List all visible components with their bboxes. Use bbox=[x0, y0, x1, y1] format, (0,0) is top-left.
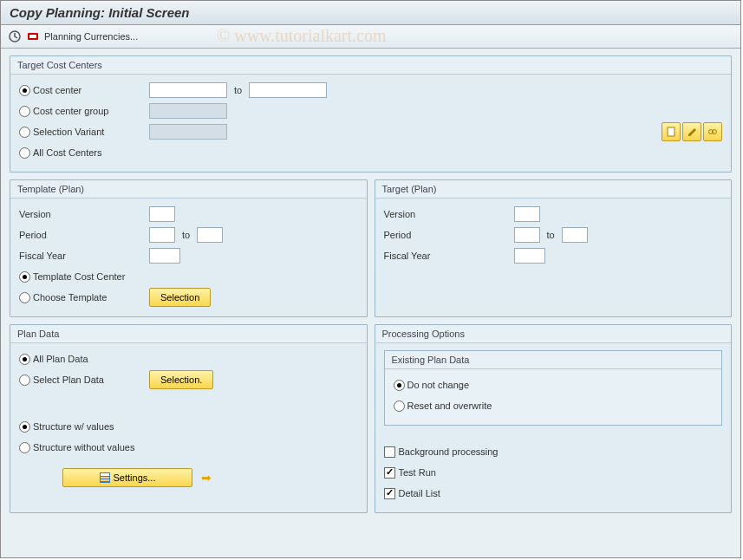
target-cost-centers-title: Target Cost Centers bbox=[10, 56, 731, 75]
cost-center-label: Cost center bbox=[33, 85, 81, 95]
existing-plan-data-group: Existing Plan Data Do not change Reset a… bbox=[384, 350, 723, 426]
svg-rect-9 bbox=[101, 479, 109, 481]
tpl-period-to-label: to bbox=[182, 230, 190, 240]
selection-variant-label: Selection Variant bbox=[33, 127, 104, 137]
svg-rect-8 bbox=[101, 477, 109, 479]
all-cost-centers-radio[interactable] bbox=[19, 147, 30, 159]
struct-with-radio[interactable] bbox=[19, 421, 30, 433]
template-plan-title: Template (Plan) bbox=[10, 180, 367, 199]
all-plan-data-label: All Plan Data bbox=[33, 354, 88, 364]
cost-center-radio[interactable] bbox=[19, 85, 30, 96]
do-not-change-label: Do not change bbox=[407, 380, 470, 390]
background-label: Background processing bbox=[399, 446, 499, 457]
struct-without-label: Structure without values bbox=[33, 442, 134, 453]
template-cc-radio[interactable] bbox=[19, 271, 30, 283]
tpl-version-input[interactable] bbox=[149, 206, 175, 222]
tgt-period-label: Period bbox=[384, 230, 412, 240]
processing-options-title: Processing Options bbox=[375, 325, 732, 343]
test-run-checkbox[interactable] bbox=[384, 467, 395, 479]
settings-button[interactable]: Settings... bbox=[62, 468, 192, 487]
cost-center-group-input bbox=[149, 103, 227, 119]
tpl-period-from-input[interactable] bbox=[149, 227, 175, 243]
reset-overwrite-label: Reset and overwrite bbox=[407, 400, 492, 411]
target-plan-title: Target (Plan) bbox=[375, 180, 732, 199]
arrow-right-icon: ➡ bbox=[201, 471, 212, 485]
reset-overwrite-radio[interactable] bbox=[394, 400, 405, 412]
svg-rect-7 bbox=[101, 473, 109, 476]
cost-center-to-input[interactable] bbox=[249, 82, 327, 98]
to-label: to bbox=[234, 85, 242, 95]
selection-variant-radio[interactable] bbox=[19, 127, 30, 138]
test-run-label: Test Run bbox=[399, 467, 436, 478]
tpl-fiscal-year-input[interactable] bbox=[149, 248, 180, 264]
currency-icon[interactable] bbox=[26, 29, 40, 43]
all-plan-data-radio[interactable] bbox=[19, 354, 30, 365]
select-plan-data-label: Select Plan Data bbox=[33, 374, 104, 385]
choose-template-label: Choose Template bbox=[33, 292, 107, 303]
selection-variant-input bbox=[149, 124, 227, 140]
target-cost-centers-group: Target Cost Centers Cost center to Cost … bbox=[10, 55, 732, 173]
detail-list-label: Detail List bbox=[399, 488, 440, 498]
svg-rect-3 bbox=[668, 127, 675, 136]
cost-center-group-label: Cost center group bbox=[33, 106, 108, 116]
detail-list-checkbox[interactable] bbox=[384, 488, 395, 499]
execute-icon[interactable] bbox=[8, 29, 22, 43]
tgt-period-from-input[interactable] bbox=[514, 227, 540, 243]
tpl-version-label: Version bbox=[19, 209, 51, 219]
plan-data-group: Plan Data All Plan Data Select Plan Data bbox=[10, 324, 368, 513]
struct-without-radio[interactable] bbox=[19, 442, 30, 453]
all-cost-centers-label: All Cost Centers bbox=[33, 147, 101, 158]
tpl-fiscal-year-label: Fiscal Year bbox=[19, 251, 66, 261]
svg-rect-2 bbox=[29, 35, 36, 38]
tgt-period-to-input[interactable] bbox=[562, 227, 588, 243]
struct-with-label: Structure w/ values bbox=[33, 421, 114, 432]
background-checkbox[interactable] bbox=[384, 446, 395, 458]
cost-center-from-input[interactable] bbox=[149, 82, 227, 98]
tgt-period-to-label: to bbox=[547, 230, 555, 240]
tpl-period-label: Period bbox=[19, 230, 47, 240]
tgt-version-label: Version bbox=[384, 209, 416, 219]
page-title: Copy Planning: Initial Screen bbox=[1, 1, 740, 25]
target-plan-group: Target (Plan) Version Period to Fiscal Y… bbox=[375, 179, 733, 317]
create-variant-icon[interactable] bbox=[662, 122, 681, 141]
processing-options-group: Processing Options Existing Plan Data Do… bbox=[375, 324, 733, 513]
select-plan-data-radio[interactable] bbox=[19, 374, 30, 386]
tgt-fiscal-year-input[interactable] bbox=[514, 248, 545, 264]
toolbar: Planning Currencies... bbox=[1, 25, 740, 49]
settings-button-label: Settings... bbox=[114, 472, 156, 483]
cost-center-group-radio[interactable] bbox=[19, 106, 30, 117]
choose-template-radio[interactable] bbox=[19, 292, 30, 303]
display-variant-icon[interactable] bbox=[703, 122, 722, 141]
do-not-change-radio[interactable] bbox=[394, 380, 405, 391]
tpl-period-to-input[interactable] bbox=[197, 227, 223, 243]
template-plan-group: Template (Plan) Version Period to Fiscal… bbox=[10, 179, 368, 317]
template-cc-label: Template Cost Center bbox=[33, 271, 125, 282]
edit-variant-icon[interactable] bbox=[682, 122, 701, 141]
selection-button[interactable]: Selection bbox=[149, 288, 211, 307]
plan-selection-button[interactable]: Selection. bbox=[149, 370, 213, 389]
planning-currencies-link[interactable]: Planning Currencies... bbox=[44, 31, 138, 42]
plan-data-title: Plan Data bbox=[10, 325, 367, 343]
existing-plan-data-title: Existing Plan Data bbox=[385, 351, 722, 369]
tgt-fiscal-year-label: Fiscal Year bbox=[384, 251, 431, 261]
tgt-version-input[interactable] bbox=[514, 206, 540, 222]
